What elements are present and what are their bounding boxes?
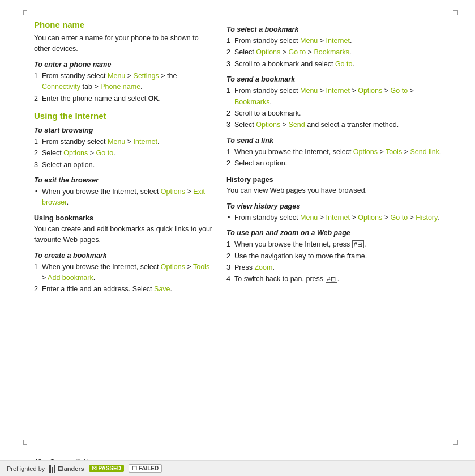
menu-link: Menu [300,87,318,95]
zoom-link: Zoom [254,264,272,271]
logo-bar-2 [52,467,53,473]
tools-link: Tools [193,263,209,271]
internet-link: Internet [134,138,157,146]
bookmarks-link: Bookmarks [234,98,270,106]
goto-link: Go to [96,149,114,157]
list-item: 1 From standby select Menu > Internet. [226,36,452,46]
options-link: Options [63,149,88,157]
history-pages-heading: History pages [226,176,452,184]
exit-browser-bullets: When you browse the Internet, select Opt… [34,186,215,209]
goto-link2: Go to [335,60,353,68]
left-column: Phone name You can enter a name for your… [34,20,215,442]
phone-name-heading: Phone name [34,20,215,29]
corner-mark-br [453,440,458,445]
failed-badge: ☐ FAILED [129,464,162,473]
options-link: Options [256,121,280,129]
list-item: 2 Select Options > Go to > Bookmarks. [226,47,452,58]
list-item: 2 Use the navigation key to move the fra… [226,251,452,262]
list-item: When you browse the Internet, select Opt… [34,186,215,209]
passed-badge: ☒ PASSED [89,465,124,472]
options-link: Options [358,87,382,95]
logo-bar-1 [49,465,51,473]
history-pages-intro: You can view Web pages you have browsed. [226,185,452,196]
goto-link: Go to [391,214,408,222]
using-internet-heading: Using the Internet [34,111,215,121]
pan-zoom-sub: To use pan and zoom on a Web page [226,229,452,237]
options-link: Options [161,188,185,196]
menu-link: Menu [300,37,318,45]
goto-link: Go to [391,87,408,95]
history-link: History [416,214,437,222]
hash-key: #⊟ [352,240,364,248]
view-history-sub: To view history pages [226,202,452,210]
list-item: 1 When you browse the Internet, select O… [226,147,452,158]
options-link: Options [358,214,382,222]
enter-phone-name-steps: 1 From standby select Menu > Settings > … [34,71,215,104]
options-link: Options [256,48,280,56]
list-item: 4 To switch back to pan, press #⊟. [226,274,452,284]
internet-link: Internet [326,87,350,95]
start-browsing-steps: 1 From standby select Menu > Internet. 2… [34,137,215,171]
send-link-steps: 1 When you browse the Internet, select O… [226,147,452,169]
goto-link: Go to [289,48,306,56]
ok-bold: OK [148,95,159,103]
list-item: 3 Select Options > Send and select a tra… [226,120,452,130]
corner-mark-bl [23,440,27,445]
options-link: Options [161,263,185,271]
elanders-icon [49,465,55,473]
send-bookmark-steps: 1 From standby select Menu > Internet > … [226,86,452,131]
corner-mark-tr [453,10,458,15]
list-item: 1 From standby select Menu > Settings > … [34,71,215,93]
menu-link: Menu [300,214,318,222]
list-item: 1 From standby select Menu > Internet > … [226,86,452,108]
list-item: 3 Select an option. [34,160,215,171]
options-link: Options [353,148,378,156]
phone-name-section: Phone name You can enter a name for your… [34,20,215,104]
create-bookmark-sub: To create a bookmark [34,252,215,260]
send-bookmark-sub: To send a bookmark [226,75,452,83]
connectivity-link: Connectivity [42,83,80,91]
using-bookmarks-intro: You can create and edit bookmarks as qui… [34,224,215,246]
page-container: Phone name You can enter a name for your… [0,0,475,476]
list-item: 2 Select an option. [226,158,452,169]
internet-link: Internet [326,37,350,45]
elanders-brand: Elanders [58,465,84,472]
menu-link: Menu [108,72,125,80]
add-bookmark-link: Add bookmark [48,274,93,282]
corner-mark-tl [23,10,27,15]
using-bookmarks-heading: Using bookmarks [34,214,215,222]
preflight-bar: Preflighted by Elanders ☒ PASSED ☐ FAILE… [0,460,475,476]
enter-phone-name-sub: To enter a phone name [34,61,215,69]
list-item: 2 Enter a title and an address. Select S… [34,284,215,295]
settings-link: Settings [134,72,159,80]
list-item: 1 When you browse the Internet, press #⊟… [226,239,452,250]
send-link-sub: To send a link [226,137,452,144]
list-item: 1 From standby select Menu > Internet. [34,137,215,147]
send-link-link: Send link [410,148,439,156]
list-item: 2 Select Options > Go to. [34,148,215,159]
list-item: 3 Scroll to a bookmark and select Go to. [226,59,452,70]
send-link: Send [289,121,305,129]
start-browsing-sub: To start browsing [34,126,215,134]
create-bookmark-steps: 1 When you browse the Internet, select O… [34,262,215,295]
right-column: To select a bookmark 1 From standby sele… [226,20,452,442]
main-content: Phone name You can enter a name for your… [34,20,452,442]
logo-bar-3 [54,465,55,473]
history-pages-section: History pages You can view Web pages you… [226,176,452,223]
select-bookmark-steps: 1 From standby select Menu > Internet. 2… [226,36,452,70]
pan-zoom-steps: 1 When you browse the Internet, press #⊟… [226,239,452,285]
select-bookmark-sub: To select a bookmark [226,26,452,33]
exit-browser-sub: To exit the browser [34,176,215,184]
preflight-logo: Elanders [49,465,84,473]
preflight-text: Preflighted by [7,465,45,472]
view-history-bullets: From standby select Menu > Internet > Op… [226,212,452,223]
bookmarks-link: Bookmarks [314,48,349,56]
list-item: From standby select Menu > Internet > Op… [226,212,452,223]
menu-link: Menu [108,138,125,146]
tools-link: Tools [386,148,402,156]
phone-name-intro: You can enter a name for your phone to b… [34,33,215,55]
using-internet-section: Using the Internet To start browsing 1 F… [34,111,215,295]
list-item: 2 Enter the phone name and select OK. [34,94,215,104]
hash-key2: #⊟ [326,275,337,283]
save-link: Save [154,285,170,293]
